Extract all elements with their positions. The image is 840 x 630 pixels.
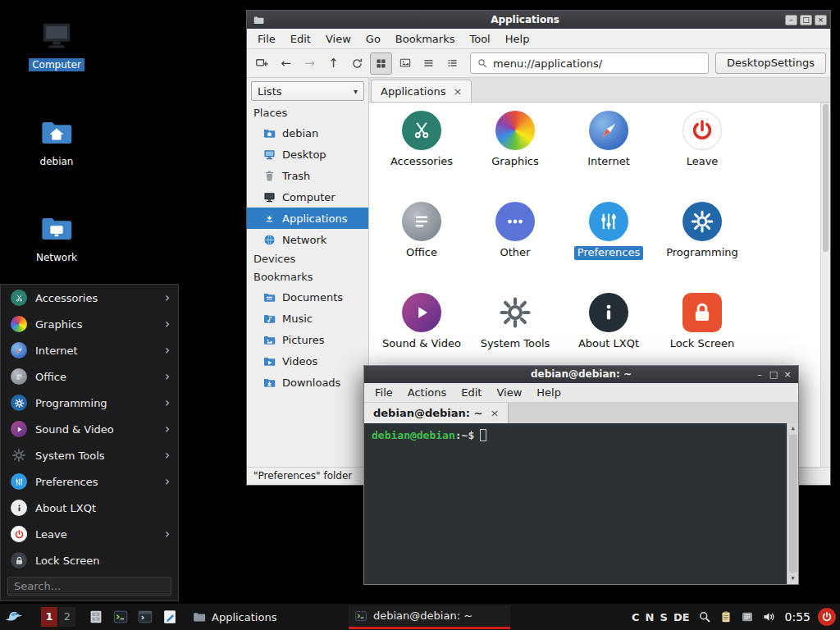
refresh-button[interactable] xyxy=(346,52,368,75)
terminal-menu-actions[interactable]: Actions xyxy=(400,382,454,403)
icon-view-button[interactable] xyxy=(370,52,392,75)
sidebar-item-videos[interactable]: Videos xyxy=(247,350,368,372)
sidebar-item-music[interactable]: Music xyxy=(247,308,368,329)
tab-applications[interactable]: Applications × xyxy=(371,80,472,102)
terminal-menu-view[interactable]: View xyxy=(489,382,529,403)
location-bar[interactable]: menu://applications/ xyxy=(470,52,709,74)
tray-clipboard-icon[interactable] xyxy=(719,609,733,624)
sidebar-item-desktop[interactable]: Desktop xyxy=(247,144,368,165)
sidebar-item-network[interactable]: Network xyxy=(247,229,368,250)
tab-close-icon[interactable]: × xyxy=(453,85,462,98)
app-programming[interactable]: Programming xyxy=(655,202,749,293)
menu-item-about-lxqt[interactable]: About LXQt xyxy=(1,495,178,521)
workspace-pager: 12 xyxy=(41,607,75,627)
maximize-button[interactable]: □ xyxy=(800,15,812,25)
terminal-titlebar[interactable]: debian@debian: ~ – □ × xyxy=(364,366,798,383)
scrollbar-thumb[interactable] xyxy=(823,104,829,252)
terminal-menu-edit[interactable]: Edit xyxy=(454,382,489,403)
desktop-icon-debian[interactable]: debian xyxy=(22,113,91,168)
tray-notes-icon[interactable] xyxy=(740,609,755,624)
app-graphics[interactable]: Graphics xyxy=(468,111,562,202)
terminal-menu-help[interactable]: Help xyxy=(529,382,568,403)
scroll-down-icon[interactable]: ▼ xyxy=(791,573,794,584)
menu-help[interactable]: Help xyxy=(498,29,537,49)
app-preferences[interactable]: Preferences xyxy=(562,202,655,293)
scrollbar[interactable] xyxy=(820,103,830,467)
menu-item-accessories[interactable]: Accessories› xyxy=(1,285,178,311)
desktop-settings-button[interactable]: DesktopSettings xyxy=(715,52,826,74)
close-button[interactable]: × xyxy=(815,15,827,25)
menu-edit[interactable]: Edit xyxy=(283,29,318,49)
menu-item-programming[interactable]: Programming› xyxy=(1,390,178,416)
terminal-tab[interactable]: debian@debian: ~ × xyxy=(364,403,509,423)
menu-item-label: Graphics xyxy=(35,318,82,331)
menu-search-input[interactable] xyxy=(7,577,171,596)
app-office[interactable]: Office xyxy=(375,202,468,293)
terminal-menu-file[interactable]: File xyxy=(368,382,400,403)
sidebar-item-label: Trash xyxy=(282,170,310,182)
menu-go[interactable]: Go xyxy=(358,29,388,49)
accessories-icon xyxy=(11,290,27,306)
back-button[interactable]: ← xyxy=(275,52,297,75)
menu-file[interactable]: File xyxy=(250,29,283,49)
app-other[interactable]: Other xyxy=(468,202,562,293)
launcher-text-editor[interactable] xyxy=(159,606,180,628)
workspace-2[interactable]: 2 xyxy=(59,607,75,627)
close-button[interactable]: × xyxy=(781,369,794,380)
sidebar-item-applications[interactable]: Applications xyxy=(247,208,368,229)
menu-view[interactable]: View xyxy=(318,29,358,49)
menu-item-sound-video[interactable]: Sound & Video› xyxy=(1,416,178,442)
launcher-qterminal-drop[interactable] xyxy=(135,606,156,628)
forward-button[interactable]: → xyxy=(299,52,321,75)
task-applications[interactable]: Applications xyxy=(187,605,349,629)
task-debian-debian[interactable]: debian@debian: ~ xyxy=(349,605,510,629)
app-internet[interactable]: Internet xyxy=(562,111,655,202)
sidebar-item-downloads[interactable]: Downloads xyxy=(247,372,368,393)
menu-item-office[interactable]: Office› xyxy=(1,363,178,390)
thumbnail-view-button[interactable] xyxy=(394,52,416,75)
menu-item-lock-screen[interactable]: Lock Screen xyxy=(1,547,178,573)
app-accessories[interactable]: Accessories xyxy=(375,111,468,202)
app-label: System Tools xyxy=(477,337,554,351)
sidebar-item-label: Pictures xyxy=(282,334,324,346)
menu-item-system-tools[interactable]: System Tools› xyxy=(1,442,178,468)
computer-sm-icon xyxy=(262,190,276,204)
sidebar-item-trash[interactable]: Trash xyxy=(247,165,368,186)
sidebar-mode-select[interactable]: Lists ▾ xyxy=(251,81,364,101)
fm-titlebar[interactable]: Applications – □ × xyxy=(247,11,830,29)
detailed-view-button[interactable] xyxy=(441,52,463,75)
power-button[interactable] xyxy=(818,608,836,626)
sidebar-item-computer[interactable]: Computer xyxy=(247,186,368,208)
desktop-icon-computer[interactable]: Computer xyxy=(22,16,91,71)
launcher-file-manager[interactable] xyxy=(85,606,107,628)
scrollbar-thumb[interactable] xyxy=(789,435,797,573)
clock[interactable]: 0:55 xyxy=(785,610,810,623)
menu-item-leave[interactable]: Leave› xyxy=(1,521,178,547)
new-tab-button[interactable] xyxy=(251,52,273,75)
tab-close-icon[interactable]: × xyxy=(490,407,499,419)
launcher-qterminal[interactable] xyxy=(110,606,131,628)
maximize-button[interactable]: □ xyxy=(767,369,780,380)
scroll-up-icon[interactable]: ▲ xyxy=(791,423,794,434)
terminal-scrollbar[interactable]: ▲ ▼ xyxy=(787,423,798,584)
workspace-1[interactable]: 1 xyxy=(41,607,57,627)
menu-item-graphics[interactable]: Graphics› xyxy=(1,311,178,337)
menu-bookmarks[interactable]: Bookmarks xyxy=(388,29,463,49)
menu-item-preferences[interactable]: Preferences› xyxy=(1,468,178,495)
app-leave[interactable]: Leave xyxy=(655,111,749,202)
sidebar-item-documents[interactable]: Documents xyxy=(247,286,368,308)
sidebar-item-debian[interactable]: debian xyxy=(247,122,368,144)
up-button[interactable]: ↑ xyxy=(322,52,345,75)
sidebar-item-pictures[interactable]: Pictures xyxy=(247,329,368,350)
compact-view-button[interactable] xyxy=(418,52,440,75)
tray-screenshot-tool-icon[interactable] xyxy=(697,609,712,624)
folder-music-icon xyxy=(262,312,276,326)
menu-tool[interactable]: Tool xyxy=(462,29,497,49)
desktop-icon-network[interactable]: Network xyxy=(22,209,91,264)
start-menu-button[interactable] xyxy=(0,604,28,630)
minimize-button[interactable]: – xyxy=(753,369,766,380)
minimize-button[interactable]: – xyxy=(785,15,797,25)
terminal-screen[interactable]: debian@debian:~$ ▲ ▼ xyxy=(364,423,798,584)
tray-volume-icon[interactable] xyxy=(761,609,776,624)
menu-item-internet[interactable]: Internet› xyxy=(1,337,178,363)
